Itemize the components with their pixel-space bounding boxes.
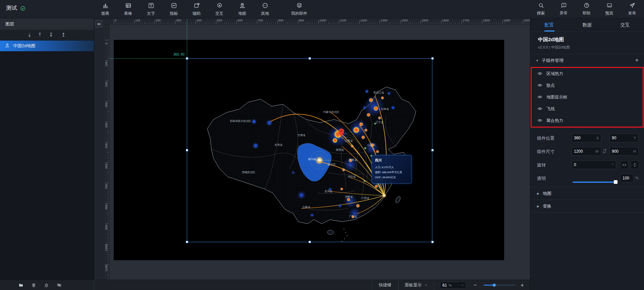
canvas-workspace[interactable]: 0100200300400500600700800900100011001200… [103,18,530,280]
ruler-v-tick-label: 200 [105,79,108,90]
position-x-input[interactable] [572,136,596,140]
rotate-field[interactable]: ° [572,160,616,169]
action-search[interactable]: 搜索 [532,0,550,18]
table-icon [125,2,131,10]
eye-visible-icon[interactable] [537,94,542,100]
toolbar-item-interact[interactable]: 交互 [208,0,231,18]
svg-text:陕西省: 陕西省 [336,148,344,151]
action-label: 帮助 [583,10,591,16]
config-section-地图[interactable]: ▶地图 [530,187,644,200]
zoom-in-button[interactable]: + [521,280,524,290]
ruler-h-tick-label: 1300 [381,19,387,22]
china-2d-map-component[interactable]: 新疆维吾尔自治区西藏自治区青海省甘肃省内蒙古自治区黑龙江省吉林省辽宁省山西省陕西… [187,58,432,242]
subcomponent-item[interactable]: 飞线 [532,103,643,115]
ruler-h-tick-label: 1100 [340,19,346,22]
rotate-input[interactable] [572,162,612,167]
ruler-v-tick-label: 100 [105,59,108,69]
opacity-input[interactable] [621,176,633,180]
tab-交互[interactable]: 交互 [606,18,644,31]
action-label: 预览 [605,10,613,16]
eye-visible-icon[interactable] [537,106,542,112]
eyeoff-icon[interactable] [57,283,62,288]
subcomponent-item[interactable]: 地图提示框 [532,91,643,103]
position-y-input[interactable] [610,136,634,140]
toolbar-item-map[interactable]: 地图 [231,0,254,18]
svg-text:四川省: 四川省 [308,158,316,161]
toolbar-item-indicator[interactable]: 指标 [162,0,185,18]
subcomponent-item[interactable]: 散点 [532,80,643,91]
canvas-zoom-slider-handle[interactable] [493,284,496,287]
position-x-field[interactable]: X [572,134,601,142]
position-y-field[interactable]: Y [609,134,639,142]
size-w-input[interactable] [572,149,595,154]
toggle-ruler-eye-button[interactable] [95,20,102,27]
layer-tool-move-top[interactable]: ⤒ [39,32,41,38]
alert-icon [561,2,567,10]
tab-配置[interactable]: 配置 [530,18,568,31]
toolbar-item-table[interactable]: 表格 [117,0,140,18]
subcomponent-section-header[interactable]: ▼ 子组件管理 + [530,54,644,67]
svg-text:湖南省: 湖南省 [345,195,353,198]
subcomponent-item[interactable]: 区域热力 [532,68,643,80]
unlink-ratio-icon[interactable] [602,149,607,155]
action-publish[interactable]: 发布 [623,0,641,18]
eye-visible-icon[interactable] [537,71,542,77]
design-canvas[interactable]: 新疆维吾尔自治区西藏自治区青海省甘肃省内蒙古自治区黑龙江省吉林省辽宁省山西省陕西… [114,40,504,260]
toolbar-item-label: 地图 [238,11,246,16]
bottom-bar-divider [94,280,94,290]
config-section-变换[interactable]: ▶变换 [530,200,644,213]
action-label: 异常 [560,10,568,16]
size-h-suffix: H [633,149,638,153]
opacity-slider-handle[interactable] [614,180,618,184]
folder-icon[interactable] [18,283,23,288]
opacity-field[interactable] [620,174,634,183]
flip-vertical-button[interactable] [631,160,639,169]
ruler-v-tick-label: 1100 [105,263,108,274]
eye-visible-icon[interactable] [537,118,542,124]
horizontal-ruler: 0100200300400500600700800900100011001200… [103,18,530,24]
subcomponent-item[interactable]: 聚合热力 [532,115,643,127]
layer-tool-move-bottom[interactable]: ⤓ [29,32,31,38]
layer-item[interactable]: 中国2d地图 [0,41,94,51]
add-subcomponent-button[interactable]: + [635,57,639,64]
vertical-ruler: 010020030040050060070080090010001100 [103,24,109,280]
tab-数据[interactable]: 数据 [568,18,606,31]
shortcut-keys-button[interactable]: 快捷键 [372,280,398,290]
toolbar-item-text[interactable]: 文字 [140,0,162,18]
panel-display-button[interactable]: 面板显示 [398,280,434,290]
svg-text:湖北省: 湖北省 [348,175,356,178]
toolbar-item-assist[interactable]: 辅助 [185,0,208,18]
flip-horizontal-button[interactable] [620,160,629,169]
lock-icon[interactable] [44,283,49,288]
position-row: 组件位置 X Y [530,131,644,145]
size-w-field[interactable]: W [572,147,601,156]
action-help[interactable]: 帮助 [577,0,596,18]
component-name: 中国2d地图 [530,32,644,43]
caret-down-icon: ▼ [536,59,539,62]
ruler-v-tick-label: 900 [105,222,108,233]
action-label: 发布 [628,10,636,16]
svg-text:山西省: 山西省 [345,139,353,142]
toolbar-item-widgets[interactable]: 我的部件 [283,0,315,18]
eye-visible-icon[interactable] [537,83,542,89]
toolbar-item-label: 交互 [215,11,223,16]
subcomponent-section-title: 子组件管理 [542,58,564,64]
action-preview[interactable]: 预览 [600,0,619,18]
zoom-out-button[interactable]: − [474,280,477,290]
layer-tool-move-down[interactable]: ↧ [49,32,53,38]
toolbar-item-chart[interactable]: 图表 [94,0,117,18]
layer-order-tools: ⤓⤒↧↥ [0,30,94,41]
action-alert[interactable]: 异常 [554,0,573,18]
toolbar-item-other[interactable]: 其他 [254,0,276,18]
svg-text:辽宁省: 辽宁省 [376,121,384,124]
svg-text:甘肃省: 甘肃省 [298,134,306,137]
zoom-level-select[interactable]: 61 % [440,282,466,289]
opacity-slider[interactable] [573,182,617,183]
trash-icon[interactable] [31,283,36,288]
size-h-field[interactable]: H [609,147,639,156]
config-section-label: 地图 [543,191,551,197]
canvas-zoom-slider[interactable] [484,285,516,286]
size-h-input[interactable] [610,149,633,154]
svg-text:云南省: 云南省 [302,206,310,209]
layer-tool-move-up[interactable]: ↥ [61,32,66,38]
